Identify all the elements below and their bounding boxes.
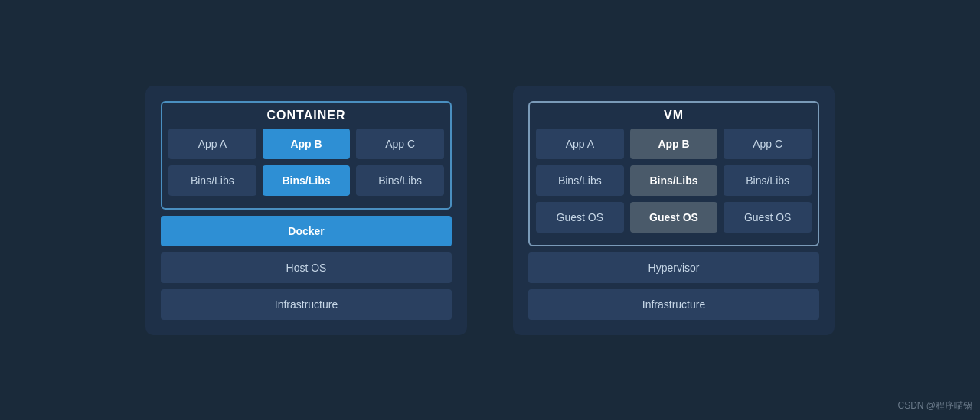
container-diagram: CONTAINER App A App B App C Bins/Libs Bi… [145, 86, 467, 335]
vm-app-b: App B [630, 129, 718, 159]
container-bins-b: Bins/Libs [263, 165, 351, 196]
vm-bins-a: Bins/Libs [536, 165, 624, 196]
vm-guestos-b: Guest OS [630, 202, 718, 233]
vm-bins-c: Bins/Libs [724, 165, 812, 196]
container-app-c: App C [356, 129, 444, 159]
diagrams-wrapper: CONTAINER App A App B App C Bins/Libs Bi… [130, 70, 850, 350]
container-title: CONTAINER [168, 109, 444, 122]
watermark: CSDN @程序喵锅 [897, 399, 972, 412]
container-app-row: App A App B App C [168, 129, 444, 159]
container-box: CONTAINER App A App B App C Bins/Libs Bi… [161, 101, 452, 210]
container-bins-a: Bins/Libs [168, 165, 256, 196]
vm-title: VM [536, 109, 812, 122]
vm-app-row: App A App B App C [536, 129, 812, 159]
container-bins-row: Bins/Libs Bins/Libs Bins/Libs [168, 165, 444, 196]
container-app-a: App A [168, 129, 256, 159]
hypervisor-row: Hypervisor [528, 252, 819, 283]
vm-infrastructure-row: Infrastructure [528, 289, 819, 320]
vm-app-a: App A [536, 129, 624, 159]
host-os-row: Host OS [161, 252, 452, 283]
vm-box: VM App A App B App C Bins/Libs Bins/Libs… [528, 101, 819, 246]
vm-diagram: VM App A App B App C Bins/Libs Bins/Libs… [513, 86, 835, 335]
container-infrastructure-row: Infrastructure [161, 289, 452, 320]
vm-guestos-a: Guest OS [536, 202, 624, 233]
vm-bins-b: Bins/Libs [630, 165, 718, 196]
vm-guestos-row: Guest OS Guest OS Guest OS [536, 202, 812, 233]
docker-row: Docker [161, 216, 452, 246]
vm-guestos-c: Guest OS [724, 202, 812, 233]
container-bins-c: Bins/Libs [356, 165, 444, 196]
vm-bins-row: Bins/Libs Bins/Libs Bins/Libs [536, 165, 812, 196]
vm-app-c: App C [724, 129, 812, 159]
container-app-b: App B [263, 129, 351, 159]
